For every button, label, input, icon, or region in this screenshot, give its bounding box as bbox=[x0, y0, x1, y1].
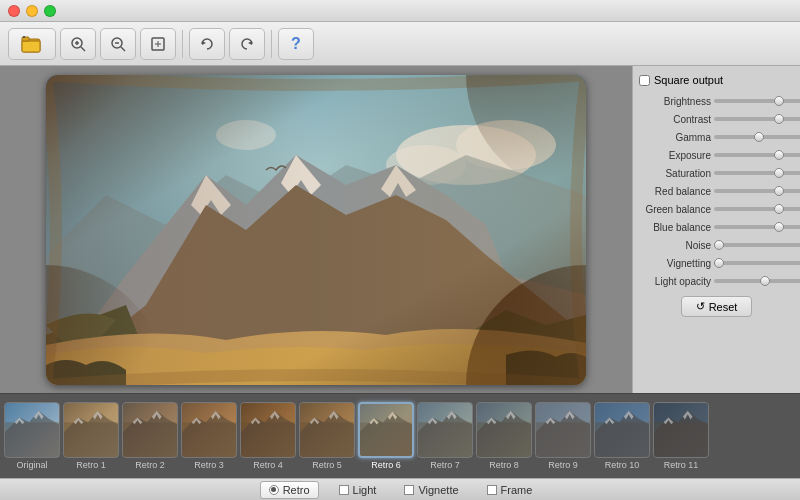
film-thumb-retro6 bbox=[358, 402, 414, 458]
noise-row: Noise0▲▼ bbox=[639, 236, 794, 254]
filmstrip: Original Retro 1 Retro 2 Retro 3 Retro 4 bbox=[0, 393, 800, 478]
blue-balance-slider[interactable] bbox=[714, 225, 800, 229]
rotate-left-button[interactable] bbox=[189, 28, 225, 60]
square-output-row: Square output bbox=[639, 74, 794, 86]
rotate-right-button[interactable] bbox=[229, 28, 265, 60]
frame-tab[interactable]: Frame bbox=[479, 482, 541, 498]
film-item-retro10[interactable]: Retro 10 bbox=[594, 402, 650, 470]
light-opacity-slider[interactable] bbox=[714, 279, 800, 283]
maximize-button[interactable] bbox=[44, 5, 56, 17]
film-item-original[interactable]: Original bbox=[4, 402, 60, 470]
right-panel: Square output Brightness0▲▼Contrast0▲▼Ga… bbox=[632, 66, 800, 393]
film-label-retro5: Retro 5 bbox=[312, 460, 342, 470]
film-item-retro11[interactable]: Retro 11 bbox=[653, 402, 709, 470]
square-output-checkbox[interactable] bbox=[639, 75, 650, 86]
saturation-row: Saturation0▲▼ bbox=[639, 164, 794, 182]
svg-rect-3 bbox=[23, 36, 25, 38]
red-balance-label: Red balance bbox=[639, 186, 711, 197]
film-label-retro9: Retro 9 bbox=[548, 460, 578, 470]
film-label-retro3: Retro 3 bbox=[194, 460, 224, 470]
help-button[interactable]: ? bbox=[278, 28, 314, 60]
reset-label: Reset bbox=[709, 301, 738, 313]
film-item-retro8[interactable]: Retro 8 bbox=[476, 402, 532, 470]
film-item-retro2[interactable]: Retro 2 bbox=[122, 402, 178, 470]
svg-line-7 bbox=[81, 47, 85, 51]
light-tab[interactable]: Light bbox=[331, 482, 385, 498]
film-label-retro10: Retro 10 bbox=[605, 460, 640, 470]
frame-tab-label: Frame bbox=[501, 484, 533, 496]
sliders-container: Brightness0▲▼Contrast0▲▼Gamma1,00▲▼Expos… bbox=[639, 92, 794, 290]
svg-rect-57 bbox=[536, 403, 590, 457]
svg-marker-14 bbox=[202, 41, 206, 45]
svg-rect-45 bbox=[300, 403, 354, 457]
green-balance-slider[interactable] bbox=[714, 207, 800, 211]
film-item-retro9[interactable]: Retro 9 bbox=[535, 402, 591, 470]
film-item-retro1[interactable]: Retro 1 bbox=[63, 402, 119, 470]
title-bar bbox=[0, 0, 800, 22]
brightness-row: Brightness0▲▼ bbox=[639, 92, 794, 110]
green-balance-label: Green balance bbox=[639, 204, 711, 215]
svg-marker-15 bbox=[248, 41, 252, 45]
fit-button[interactable] bbox=[140, 28, 176, 60]
toolbar: ? bbox=[0, 22, 800, 66]
film-item-retro7[interactable]: Retro 7 bbox=[417, 402, 473, 470]
svg-rect-30 bbox=[5, 403, 59, 457]
exposure-slider[interactable] bbox=[714, 153, 800, 157]
contrast-slider[interactable] bbox=[714, 117, 800, 121]
film-thumb-retro7 bbox=[417, 402, 473, 458]
film-thumb-retro3 bbox=[181, 402, 237, 458]
red-balance-slider[interactable] bbox=[714, 189, 800, 193]
zoom-out-button[interactable] bbox=[100, 28, 136, 60]
minimize-button[interactable] bbox=[26, 5, 38, 17]
close-button[interactable] bbox=[8, 5, 20, 17]
film-item-retro4[interactable]: Retro 4 bbox=[240, 402, 296, 470]
film-label-retro8: Retro 8 bbox=[489, 460, 519, 470]
retro-tab[interactable]: Retro bbox=[260, 481, 319, 499]
gamma-slider[interactable] bbox=[714, 135, 800, 139]
film-thumb-original bbox=[4, 402, 60, 458]
vignette-tab-checkbox bbox=[404, 485, 414, 495]
film-label-retro4: Retro 4 bbox=[253, 460, 283, 470]
exposure-row: Exposure0▲▼ bbox=[639, 146, 794, 164]
reset-button[interactable]: ↺ Reset bbox=[681, 296, 753, 317]
light-opacity-label: Light opacity bbox=[639, 276, 711, 287]
brightness-slider[interactable] bbox=[714, 99, 800, 103]
svg-rect-48 bbox=[360, 404, 412, 456]
open-button[interactable] bbox=[8, 28, 56, 60]
separator-2 bbox=[271, 30, 272, 58]
film-item-retro6[interactable]: Retro 6 bbox=[358, 402, 414, 470]
svg-rect-51 bbox=[418, 403, 472, 457]
film-thumb-retro8 bbox=[476, 402, 532, 458]
noise-slider[interactable] bbox=[714, 243, 800, 247]
zoom-in-button[interactable] bbox=[60, 28, 96, 60]
saturation-slider[interactable] bbox=[714, 171, 800, 175]
contrast-row: Contrast0▲▼ bbox=[639, 110, 794, 128]
film-item-retro5[interactable]: Retro 5 bbox=[299, 402, 355, 470]
svg-rect-60 bbox=[595, 403, 649, 457]
blue-balance-label: Blue balance bbox=[639, 222, 711, 233]
light-opacity-row: Light opacity39▲▼ bbox=[639, 272, 794, 290]
brightness-label: Brightness bbox=[639, 96, 711, 107]
main-area: Square output Brightness0▲▼Contrast0▲▼Ga… bbox=[0, 66, 800, 393]
vignetting-row: Vignetting0▲▼ bbox=[639, 254, 794, 272]
svg-rect-63 bbox=[654, 403, 708, 457]
film-thumb-retro2 bbox=[122, 402, 178, 458]
vignette-tab[interactable]: Vignette bbox=[396, 482, 466, 498]
film-label-retro2: Retro 2 bbox=[135, 460, 165, 470]
svg-rect-33 bbox=[64, 403, 118, 457]
green-balance-row: Green balance0▲▼ bbox=[639, 200, 794, 218]
vignetting-slider[interactable] bbox=[714, 261, 800, 265]
square-output-label: Square output bbox=[654, 74, 723, 86]
film-thumb-retro9 bbox=[535, 402, 591, 458]
film-label-retro1: Retro 1 bbox=[76, 460, 106, 470]
film-item-retro3[interactable]: Retro 3 bbox=[181, 402, 237, 470]
svg-rect-1 bbox=[22, 41, 40, 52]
canvas-area bbox=[0, 66, 632, 393]
red-balance-row: Red balance0▲▼ bbox=[639, 182, 794, 200]
svg-rect-54 bbox=[477, 403, 531, 457]
film-label-retro6: Retro 6 bbox=[371, 460, 401, 470]
noise-label: Noise bbox=[639, 240, 711, 251]
photo-frame bbox=[46, 75, 586, 385]
film-thumb-retro10 bbox=[594, 402, 650, 458]
retro-tab-label: Retro bbox=[283, 484, 310, 496]
